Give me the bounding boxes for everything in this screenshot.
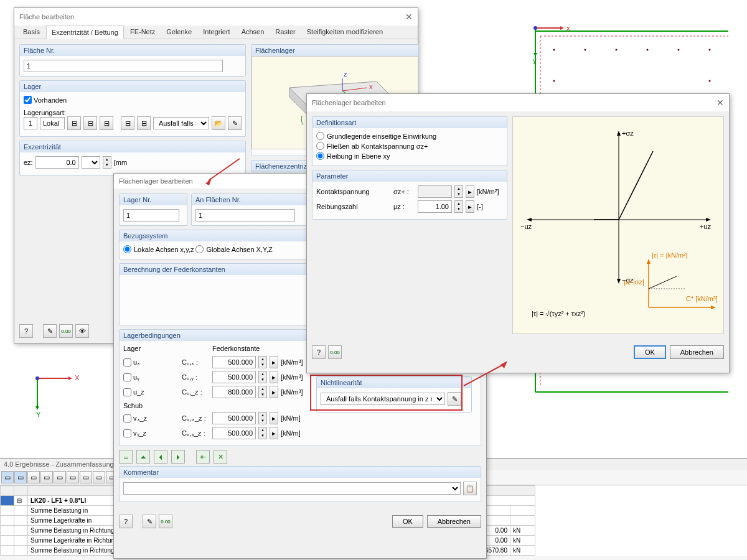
spinner[interactable]: ▲▼ — [258, 412, 267, 424]
an-flaechen-input[interactable] — [195, 209, 295, 222]
tb-icon[interactable]: ▭ — [54, 471, 66, 483]
units-icon[interactable]: 0.00 — [159, 515, 172, 528]
help-icon[interactable]: ? — [312, 345, 326, 359]
support-x-icon[interactable]: ⏴ — [154, 450, 167, 464]
lager-nr-input[interactable] — [24, 117, 37, 129]
cuy-input[interactable] — [212, 371, 256, 383]
svg-marker-6 — [560, 26, 564, 30]
step-icon[interactable]: ▸ — [270, 356, 278, 368]
vorhanden-checkbox[interactable]: Vorhanden — [24, 96, 67, 104]
spinner[interactable]: ▲▼ — [454, 200, 463, 213]
spinner[interactable]: ▲▼ — [258, 386, 267, 398]
nonlinearity-select[interactable]: Ausfall falls Kontaktspannung in z negat… — [321, 393, 445, 405]
lager-type[interactable] — [40, 117, 65, 129]
tab-raster[interactable]: Raster — [270, 26, 300, 39]
section-header: Fläche Nr. — [20, 45, 245, 56]
svg-text:+σz: +σz — [622, 129, 634, 137]
cancel-button[interactable]: Abbrechen — [670, 345, 724, 359]
edit-nl-icon[interactable]: ✎ — [448, 392, 461, 406]
step-icon[interactable]: ▸ — [270, 412, 278, 424]
svg-marker-51 — [617, 279, 621, 284]
spinner[interactable]: ▲▼ — [258, 356, 267, 368]
radio-reibung[interactable]: Reibung in Ebene xy — [316, 152, 390, 160]
tab-achsen[interactable]: Achsen — [237, 26, 270, 39]
radio-lokale-achsen[interactable]: Lokale Achsen x,y,z — [123, 245, 194, 253]
tab-fenetz[interactable]: FE-Netz — [125, 26, 160, 39]
step-icon[interactable]: ▸ — [270, 386, 278, 398]
tab-steifigkeiten[interactable]: Steifigkeiten modifizieren — [302, 26, 388, 39]
reibung-input[interactable] — [418, 200, 452, 213]
support-spring-icon[interactable]: ⇤ — [196, 450, 210, 464]
support-xyz-icon[interactable]: ⏛ — [119, 450, 133, 464]
units-icon[interactable]: 0.00 — [59, 324, 73, 338]
step-icon[interactable]: ▸ — [270, 427, 278, 439]
support-free-icon[interactable]: ✕ — [214, 450, 227, 464]
surface-number-input[interactable] — [24, 60, 223, 72]
eye-icon[interactable]: 👁 — [75, 324, 89, 338]
step-icon[interactable]: ▸ — [466, 185, 474, 198]
tb-icon[interactable]: ▭ — [27, 471, 40, 483]
copy-icon[interactable]: 📋 — [463, 482, 477, 495]
kontakt-label: Kontaktspannung — [316, 188, 391, 195]
ez-spinner[interactable]: ▲▼ — [103, 156, 111, 169]
step-icon[interactable]: ▸ — [270, 371, 278, 383]
svg-text:−uz: −uz — [520, 223, 532, 230]
kommentar-select[interactable] — [123, 482, 461, 495]
cux-input[interactable] — [212, 356, 256, 368]
tb-icon[interactable]: ▭ — [1, 471, 14, 483]
tb-icon[interactable]: ▭ — [14, 471, 27, 483]
ok-button[interactable]: OK — [392, 515, 423, 528]
edit-icon[interactable]: ✎ — [228, 116, 242, 130]
tab-exzentrizitaet[interactable]: Exzentrizität / Bettung — [46, 26, 124, 39]
help-icon[interactable]: ? — [19, 324, 33, 338]
svg-text:μz |σz|: μz |σz| — [624, 278, 644, 286]
edit-btn-icon[interactable]: ✎ — [43, 324, 57, 338]
svg-line-60 — [619, 151, 653, 220]
dialog-title: Flächenlager bearbeiten — [312, 99, 386, 106]
tb-icon[interactable]: ▭ — [40, 471, 53, 483]
svg-text:z: z — [344, 70, 347, 78]
tab-integriert[interactable]: Integriert — [198, 26, 235, 39]
cvyz-input[interactable] — [212, 427, 256, 439]
edit-btn-icon[interactable]: ✎ — [143, 515, 156, 528]
vyz-checkbox[interactable]: vᵧ_z — [123, 429, 179, 437]
spinner[interactable]: ▲▼ — [258, 371, 267, 383]
spring-rx-icon[interactable]: ⊟ — [121, 116, 134, 130]
cancel-button[interactable]: Abbrechen — [427, 515, 481, 528]
units-icon[interactable]: 0.00 — [328, 345, 342, 359]
tab-basis[interactable]: Basis — [18, 26, 45, 39]
ux-checkbox[interactable]: uₓ — [123, 358, 179, 366]
open-icon[interactable]: 📂 — [212, 116, 225, 130]
tb-icon[interactable]: ▭ — [93, 471, 105, 483]
tb-icon[interactable]: ▭ — [80, 471, 92, 483]
radio-globale-achsen[interactable]: Globale Achsen X,Y,Z — [195, 245, 272, 253]
close-icon[interactable]: ✕ — [405, 12, 413, 22]
svg-text:C* [kN/m³]: C* [kN/m³] — [686, 295, 718, 302]
lager-nr-input[interactable] — [123, 209, 179, 222]
tb-icon[interactable]: ▭ — [67, 471, 79, 483]
support-fixed-icon[interactable]: ⏶ — [136, 450, 150, 464]
ok-button[interactable]: OK — [634, 345, 666, 359]
close-icon[interactable]: ✕ — [716, 98, 724, 108]
spinner[interactable]: ▲▼ — [454, 185, 463, 198]
radio-grundlegende[interactable]: Grundlegende einseitige Einwirkung — [316, 132, 436, 140]
ausfall-select[interactable]: Ausfall falls Spa — [153, 117, 209, 129]
uz-checkbox[interactable]: u_z — [123, 388, 179, 396]
spring-y-icon[interactable]: ⊟ — [83, 116, 97, 130]
vxz-checkbox[interactable]: vₓ_z — [123, 414, 179, 422]
ez-input[interactable] — [35, 156, 79, 169]
radio-fliessen[interactable]: Fließen ab Kontaktspannung σz+ — [316, 142, 428, 150]
uy-checkbox[interactable]: uᵧ — [123, 373, 179, 381]
spinner[interactable]: ▲▼ — [258, 427, 267, 439]
cvxz-input[interactable] — [212, 412, 256, 424]
spring-z-icon[interactable]: ⊟ — [100, 116, 113, 130]
step-icon[interactable]: ▸ — [466, 200, 474, 213]
cuz-input[interactable] — [212, 386, 256, 398]
spring-ry-icon[interactable]: ⊟ — [137, 116, 151, 130]
spring-x-icon[interactable]: ⊟ — [67, 116, 81, 130]
support-y-icon[interactable]: ⏵ — [171, 450, 185, 464]
tab-gelenke[interactable]: Gelenke — [161, 26, 197, 39]
svg-marker-32 — [35, 406, 39, 410]
help-icon[interactable]: ? — [119, 515, 133, 528]
ez-unit-select[interactable] — [82, 156, 100, 169]
